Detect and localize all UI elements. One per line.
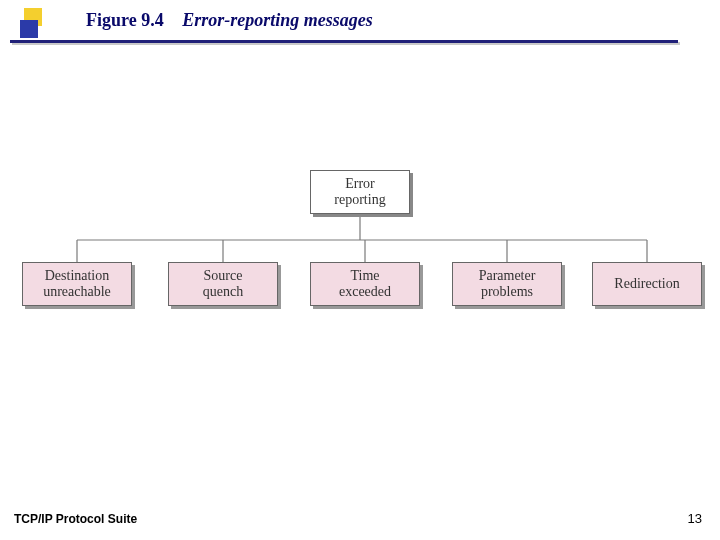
node-source-quench: Sourcequench <box>168 262 278 306</box>
node-time-exceeded: Timeexceeded <box>310 262 420 306</box>
footer-book-title: TCP/IP Protocol Suite <box>14 512 137 526</box>
node-root-label: Errorreporting <box>334 176 385 208</box>
page-number: 13 <box>688 511 702 526</box>
node-destination-unreachable: Destinationunreachable <box>22 262 132 306</box>
node-label: Timeexceeded <box>339 268 391 300</box>
node-label: Parameterproblems <box>479 268 536 300</box>
node-label: Destinationunreachable <box>43 268 111 300</box>
hierarchy-diagram: Errorreporting Destinationunreachable So… <box>0 0 720 540</box>
node-parameter-problems: Parameterproblems <box>452 262 562 306</box>
node-label: Sourcequench <box>203 268 243 300</box>
node-redirection: Redirection <box>592 262 702 306</box>
node-root: Errorreporting <box>310 170 410 214</box>
node-label: Redirection <box>614 276 679 292</box>
